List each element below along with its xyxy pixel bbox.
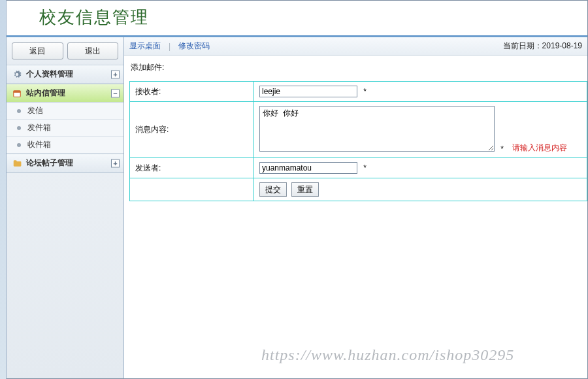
watermark: https://www.huzhan.com/ishop30295 [261,346,514,364]
topbar: 显示桌面 | 修改密码 当前日期：2019-08-19 [124,37,587,56]
separator: | [169,42,171,51]
required-mark: * [500,144,504,154]
show-desktop-link[interactable]: 显示桌面 [129,41,161,52]
bullet-icon [17,109,21,113]
date-display: 当前日期：2019-08-19 [503,41,582,52]
content-textarea[interactable] [259,106,495,152]
acc-forum-title: 论坛帖子管理 [26,157,73,169]
sender-input[interactable] [259,162,357,174]
calendar-icon [12,88,22,99]
sidebar-item-outbox[interactable]: 发件箱 [7,120,123,137]
exit-button[interactable]: 退出 [67,42,119,59]
acc-mail-head[interactable]: 站内信管理 − [7,84,123,103]
sidebar-item-send[interactable]: 发信 [7,103,123,120]
acc-forum-head[interactable]: 论坛帖子管理 + [7,154,123,173]
sender-label: 发送者: [130,158,254,178]
app-window: 校友信息管理 返回 退出 个人资料管理 + [7,0,588,379]
folder-icon [12,158,22,169]
bullet-icon [17,143,21,147]
sidebar-top-buttons: 返回 退出 [7,37,123,65]
acc-mail-items: 发信 发件箱 收件箱 [7,103,123,154]
change-password-link[interactable]: 修改密码 [178,41,210,52]
submit-button[interactable]: 提交 [259,182,287,197]
required-mark: * [363,163,367,173]
recipient-label: 接收者: [130,82,254,102]
expand-icon[interactable]: + [111,159,120,167]
recipient-input[interactable] [259,86,357,97]
content: 显示桌面 | 修改密码 当前日期：2019-08-19 添加邮件: 接收者: * [124,37,587,378]
bullet-icon [17,126,21,130]
body: 返回 退出 个人资料管理 + 站内信管理 − [7,37,587,378]
content-label: 消息内容: [130,102,254,158]
expand-icon[interactable]: + [111,70,120,78]
collapse-icon[interactable]: − [111,89,120,97]
sidebar-item-label: 发信 [27,105,43,116]
row-recipient: 接收者: * [130,82,587,102]
date-label: 当前日期： [503,41,542,50]
main: 添加邮件: 接收者: * 消息内容: * 请 [124,56,587,378]
header: 校友信息管理 [7,1,587,37]
acc-personal-head[interactable]: 个人资料管理 + [7,65,123,84]
empty-cell [130,178,254,201]
content-error: 请输入消息内容 [512,143,567,152]
acc-personal: 个人资料管理 + [7,65,123,84]
gear-icon [12,69,22,80]
page-title: 校友信息管理 [39,6,587,29]
form-table: 接收者: * 消息内容: * 请输入消息内容 [129,81,587,201]
sidebar-item-inbox[interactable]: 收件箱 [7,137,123,154]
sidebar: 返回 退出 个人资料管理 + 站内信管理 − [7,37,124,378]
row-actions: 提交 重置 [130,178,587,201]
sidebar-item-label: 收件箱 [27,139,51,150]
required-mark: * [363,87,367,96]
acc-personal-title: 个人资料管理 [26,69,73,80]
sidebar-item-label: 发件箱 [27,122,51,133]
left-strip [0,0,7,379]
row-sender: 发送者: * [130,158,587,178]
row-content: 消息内容: * 请输入消息内容 [130,102,587,158]
acc-mail-title: 站内信管理 [26,88,65,99]
acc-mail: 站内信管理 − 发信 发件箱 收件箱 [7,84,123,154]
svg-rect-1 [14,90,21,92]
acc-forum: 论坛帖子管理 + [7,154,123,173]
section-title: 添加邮件: [129,62,587,73]
back-button[interactable]: 返回 [12,42,63,59]
date-value: 2019-08-19 [542,41,582,50]
reset-button[interactable]: 重置 [291,182,319,197]
